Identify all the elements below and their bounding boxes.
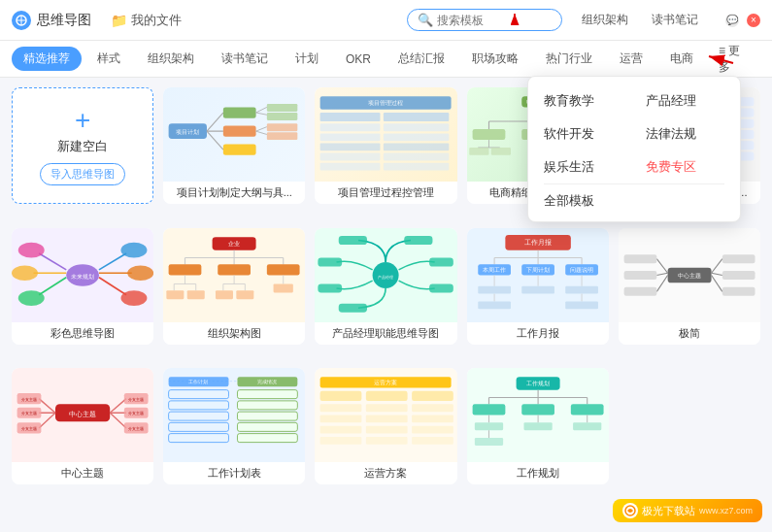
svg-text:分支主题: 分支主题 <box>128 397 144 402</box>
svg-rect-116 <box>429 283 453 292</box>
svg-line-143 <box>711 258 722 273</box>
preview-svg-8: 工作月报 本周工作 下周计划 问题说明 <box>467 228 609 322</box>
watermark-label: 极光下载站 <box>642 504 695 518</box>
svg-line-73 <box>39 253 66 270</box>
svg-rect-187 <box>238 412 298 420</box>
window-actions: 💬 × <box>725 14 760 27</box>
tab-org[interactable]: 组织架构 <box>570 8 640 32</box>
dropdown-item-dev[interactable]: 软件开发 <box>544 121 622 147</box>
svg-rect-192 <box>320 391 362 401</box>
svg-rect-186 <box>238 401 298 410</box>
card-preview-11: 工作计划 完成情况 <box>163 368 305 462</box>
app-logo: 思维导图 <box>12 11 91 30</box>
filter-tag-style[interactable]: 样式 <box>85 47 132 71</box>
dropdown-item-education[interactable]: 教育教学 <box>544 88 622 114</box>
new-blank-card[interactable]: + 新建空白 导入思维导图 <box>12 87 153 204</box>
svg-rect-25 <box>320 133 381 141</box>
preview-svg-6: 企业 <box>163 228 305 322</box>
filter-tag-notes[interactable]: 读书笔记 <box>210 47 280 71</box>
template-card-10[interactable]: 中心主题 分支主题 分支主题 分支主题 分支主题 分支主题 分支主题 <box>12 368 153 484</box>
svg-line-149 <box>656 258 667 273</box>
svg-rect-214 <box>472 404 505 415</box>
filter-tag-featured[interactable]: 精选推荐 <box>12 47 82 71</box>
svg-rect-197 <box>412 404 453 412</box>
template-card-5[interactable]: 未来规划 彩色思维导图 <box>12 228 153 345</box>
svg-rect-100 <box>187 290 205 299</box>
svg-rect-146 <box>722 254 755 263</box>
template-card-8[interactable]: 工作月报 本周工作 下周计划 问题说明 <box>467 228 609 345</box>
new-blank-label: 新建空白 <box>57 138 108 155</box>
svg-line-168 <box>110 413 126 428</box>
filter-tag-summary[interactable]: 总结汇报 <box>386 47 456 71</box>
watermark-logo <box>622 503 638 518</box>
dropdown-item-law[interactable]: 法律法规 <box>646 121 724 147</box>
preview-svg-7: 产品经理 <box>315 228 456 322</box>
svg-rect-199 <box>366 416 408 423</box>
template-card-12[interactable]: 运营方案 运营方案 <box>315 368 456 484</box>
svg-rect-112 <box>319 257 343 266</box>
preview-svg-9: 中心主题 <box>619 228 760 322</box>
svg-text:分支主题: 分支主题 <box>128 426 144 431</box>
template-card-9[interactable]: 中心主题 极简 <box>619 228 760 345</box>
svg-rect-153 <box>623 271 656 280</box>
svg-rect-134 <box>478 301 511 309</box>
svg-rect-108 <box>274 283 293 292</box>
svg-line-79 <box>99 253 126 270</box>
template-card-11[interactable]: 工作计划 完成情况 工作计划表 <box>163 368 305 484</box>
template-card-1[interactable]: 项目计划 项目计划制定大纲与具... <box>163 87 305 204</box>
search-input[interactable] <box>437 14 552 27</box>
svg-rect-188 <box>238 422 298 431</box>
file-nav[interactable]: 📁 我的文件 <box>111 12 182 29</box>
svg-line-157 <box>39 399 55 414</box>
filter-tag-org[interactable]: 组织架构 <box>136 47 206 71</box>
filter-tag-plan[interactable]: 计划 <box>284 47 330 71</box>
title-bar: 思维导图 📁 我的文件 🔍 组织架构 读书笔记 💬 × <box>0 0 772 41</box>
template-card-2[interactable]: 项目管理过程 项目管理过程控管理 <box>315 87 456 204</box>
card-preview-10: 中心主题 分支主题 分支主题 分支主题 分支主题 分支主题 分支主题 <box>12 368 153 462</box>
card-preview-7: 产品经理 <box>315 228 456 322</box>
tab-notes[interactable]: 读书笔记 <box>640 8 710 32</box>
svg-rect-99 <box>167 290 185 299</box>
filter-tag-ops[interactable]: 运营 <box>608 47 655 71</box>
svg-text:工作月报: 工作月报 <box>524 239 552 246</box>
dropdown-all-templates[interactable]: 全部模板 <box>544 183 724 210</box>
card-title-8: 工作月报 <box>467 322 609 345</box>
import-button[interactable]: 导入思维导图 <box>40 163 125 185</box>
filter-tag-ecom[interactable]: 电商 <box>658 47 705 71</box>
search-area: 🔍 组织架构 读书笔记 💬 × <box>407 8 760 32</box>
svg-point-78 <box>18 290 45 306</box>
svg-rect-10 <box>223 145 256 155</box>
preview-svg-10: 中心主题 分支主题 分支主题 分支主题 分支主题 分支主题 分支主题 <box>12 368 153 462</box>
svg-line-7 <box>207 131 223 150</box>
template-card-6[interactable]: 企业 <box>163 228 305 345</box>
svg-line-83 <box>99 277 126 294</box>
svg-text:分支主题: 分支主题 <box>21 426 37 431</box>
filter-tag-okr[interactable]: OKR <box>334 49 383 70</box>
card-title-5: 彩色思维导图 <box>12 322 153 345</box>
svg-text:企业: 企业 <box>228 241 240 247</box>
svg-rect-140 <box>565 301 598 309</box>
search-icon[interactable]: 🔍 <box>418 13 433 27</box>
dropdown-item-entertainment[interactable]: 娱乐生活 <box>544 154 622 180</box>
filter-tag-career[interactable]: 职场攻略 <box>460 47 530 71</box>
svg-rect-198 <box>320 416 362 423</box>
close-button[interactable]: × <box>747 14 760 27</box>
template-card-13[interactable]: 工作规划 工作规划 <box>467 368 609 484</box>
dropdown-item-pm[interactable]: 产品经理 <box>646 88 724 114</box>
svg-point-74 <box>18 242 45 257</box>
template-card-7[interactable]: 产品经理 产品经理职能思维导图 <box>315 228 456 345</box>
folder-icon: 📁 <box>111 13 127 28</box>
chat-button[interactable]: 💬 <box>725 14 739 27</box>
filter-tag-industry[interactable]: 热门行业 <box>534 47 604 71</box>
svg-text:运营方案: 运营方案 <box>374 379 397 385</box>
card-preview-1: 项目计划 <box>163 87 305 182</box>
svg-rect-152 <box>623 254 656 263</box>
svg-line-166 <box>110 399 126 414</box>
svg-rect-196 <box>366 404 408 412</box>
dropdown-grid: 教育教学 产品经理 软件开发 法律法规 娱乐生活 免费专区 <box>544 88 724 180</box>
search-box[interactable]: 🔍 <box>407 9 562 31</box>
svg-rect-28 <box>384 143 449 150</box>
svg-rect-154 <box>623 286 656 295</box>
filter-more-button[interactable]: ≡ 更多 <box>709 39 760 80</box>
dropdown-item-free[interactable]: 免费专区 <box>646 154 724 180</box>
